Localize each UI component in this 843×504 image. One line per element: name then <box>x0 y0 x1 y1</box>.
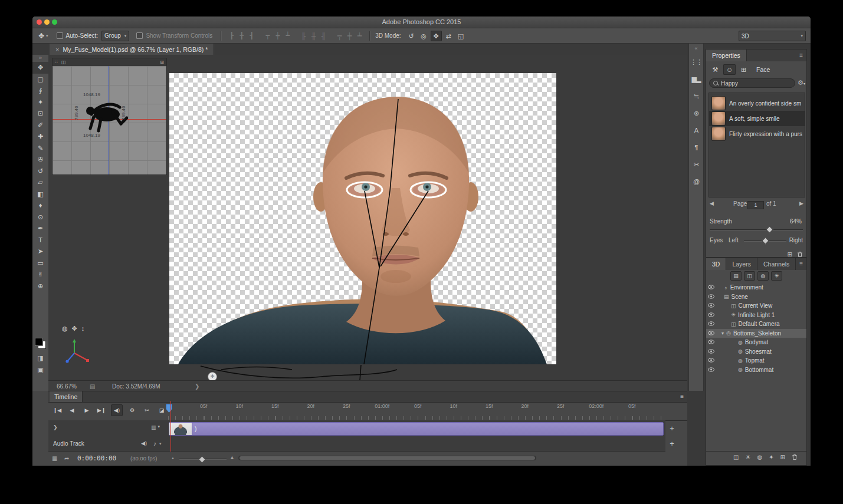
tab-properties[interactable]: Properties <box>706 50 747 61</box>
transition-button[interactable]: ◪ <box>156 405 167 416</box>
distribute-left-icon[interactable]: ╟ <box>299 32 309 39</box>
play-button[interactable]: ▶ <box>81 405 92 416</box>
split-at-playhead-button[interactable]: ✂ <box>142 405 152 416</box>
visibility-eye-icon[interactable] <box>706 302 716 309</box>
visibility-eye-icon[interactable] <box>706 284 716 291</box>
rig-icon[interactable]: ⚒ <box>709 64 721 75</box>
add-material-icon[interactable]: ◍ <box>757 454 762 460</box>
status-popup-icon[interactable]: ❯ <box>195 383 199 390</box>
3d-item-default-camera[interactable]: ◫ Default Camera <box>706 319 806 329</box>
page-prev-icon[interactable]: ◀ <box>710 200 714 206</box>
swirl-panel-icon[interactable]: @ <box>693 176 699 193</box>
distribute-center-h-icon[interactable]: ╫ <box>309 32 319 39</box>
expression-item[interactable]: An overly confident side sm <box>709 95 805 111</box>
expression-item[interactable]: A soft, simple smile <box>709 111 805 126</box>
timeline-zoom-thumb[interactable] <box>198 456 206 463</box>
document-tab[interactable]: × My_Fuse_Model(1).psd @ 66.7% (Layer 1,… <box>50 44 214 55</box>
previous-frame-button[interactable]: ◀ <box>67 405 77 416</box>
frames-icon[interactable]: ▦ <box>52 455 57 462</box>
align-center-v-icon[interactable]: ┿ <box>273 32 283 39</box>
timeline-ruler[interactable]: 05f10f15f20f25f01:00f05f10f15f20f25f02:0… <box>186 403 650 409</box>
clone-stamp-tool[interactable]: ✇ <box>32 154 48 166</box>
slide-3d-mode-icon[interactable]: ⇄ <box>443 31 454 41</box>
scissors-panel-icon[interactable]: ✂ <box>694 159 698 176</box>
add-audio-button[interactable]: + <box>667 439 677 448</box>
move-tool[interactable]: ✥ <box>32 62 48 74</box>
next-frame-button[interactable]: ▶❙ <box>96 405 107 416</box>
histogram-panel-icon[interactable]: ▆▂ <box>692 73 701 90</box>
mesh-icon[interactable]: ⊞ <box>737 64 750 75</box>
tab-3d[interactable]: 3D <box>706 258 726 270</box>
zoom-tool[interactable]: ⊕ <box>32 281 48 292</box>
align-top-icon[interactable]: ┯ <box>263 32 273 39</box>
visibility-eye-icon[interactable] <box>706 348 716 355</box>
workspace-switcher[interactable]: 3D ▾ <box>739 31 806 41</box>
gear-icon[interactable]: ⚙▾ <box>798 79 805 87</box>
distribute-top-icon[interactable]: ╤ <box>334 32 345 39</box>
brush-tool[interactable]: ✎ <box>32 143 48 154</box>
dodge-tool[interactable]: ⊙ <box>32 212 48 223</box>
visibility-eye-icon[interactable] <box>706 312 716 318</box>
visibility-eye-icon[interactable] <box>706 330 716 337</box>
orbit-3d-icon[interactable]: ◍ <box>62 325 68 332</box>
blur-tool[interactable]: ♦ <box>32 200 48 212</box>
show-transform-controls-checkbox[interactable] <box>136 32 143 39</box>
color-swatches[interactable] <box>35 338 46 349</box>
new-item-icon[interactable]: ⊞ <box>780 454 785 460</box>
zoom-level[interactable]: 66.67% <box>57 383 77 390</box>
character-panel-icon[interactable]: A <box>694 124 698 141</box>
scrollbar-handle[interactable] <box>240 456 535 460</box>
grid-icon[interactable]: ⊞ <box>788 251 792 258</box>
eraser-tool[interactable]: ▱ <box>32 177 48 189</box>
gradient-tool[interactable]: ◧ <box>32 189 48 200</box>
filter-lights-icon[interactable]: ☀ <box>771 271 782 281</box>
panel-menu-icon[interactable]: ≡ <box>796 258 806 270</box>
timeline-scrollbar[interactable] <box>238 456 536 460</box>
hand-tool[interactable]: ✌ <box>32 269 48 281</box>
info-panel-icon[interactable]: ⋮⋮ <box>690 56 702 73</box>
face-icon[interactable]: ☺ <box>723 64 736 75</box>
foreground-color-swatch[interactable] <box>35 338 43 346</box>
panel-menu-icon[interactable]: ≡ <box>680 391 684 402</box>
add-media-button[interactable]: + <box>667 424 677 433</box>
auto-select-checkbox[interactable] <box>57 32 63 39</box>
3d-item-bottommat[interactable]: ◍ Bottommat <box>706 365 806 375</box>
tool-preset-picker[interactable]: ✥ ▾ <box>38 32 48 40</box>
filter-meshes-icon[interactable]: ◫ <box>744 271 755 281</box>
speaker-icon[interactable]: ◀) <box>141 440 147 446</box>
expand-track-icon[interactable]: ❯ <box>53 424 58 430</box>
camera-icon[interactable]: ◫ <box>61 60 66 65</box>
align-bottom-icon[interactable]: ┷ <box>283 32 293 39</box>
type-tool[interactable]: T <box>32 235 48 246</box>
canvas-area[interactable]: ∷ ◫ ⊞ 1048.19 1048.19 739.4 <box>48 55 687 380</box>
audio-note-icon[interactable]: ♪ <box>153 440 156 447</box>
orbit-3d-mode-icon[interactable]: ↺ <box>406 31 417 41</box>
quick-selection-tool[interactable]: ✦ <box>32 97 48 108</box>
expand-panels-icon[interactable]: « <box>694 44 697 56</box>
rectangle-tool[interactable]: ▭ <box>32 258 48 269</box>
visibility-eye-icon[interactable] <box>706 339 716 345</box>
history-brush-tool[interactable]: ↺ <box>32 166 48 177</box>
auto-select-dropdown[interactable]: Group ▾ <box>101 31 129 41</box>
healing-brush-tool[interactable]: ✚ <box>32 131 48 143</box>
secondary-view-header[interactable]: ∷ ◫ ⊞ <box>53 58 166 66</box>
tab-layers[interactable]: Layers <box>726 258 757 270</box>
paragraph-panel-icon[interactable]: ¶ <box>695 141 698 159</box>
3d-item-shoesmat[interactable]: ◍ Shoesmat <box>706 347 806 357</box>
timeline-settings-gear-icon[interactable]: ⚙ <box>127 405 137 416</box>
expression-item[interactable]: Flirty expression with a purs <box>709 126 805 141</box>
pen-tool[interactable]: ✒ <box>32 223 48 235</box>
3d-item-scene[interactable]: ▤ Scene <box>706 292 806 302</box>
align-center-h-icon[interactable]: ╂ <box>237 32 247 39</box>
align-left-icon[interactable]: ┠ <box>227 32 237 39</box>
3d-item-current-view[interactable]: ◫ Current View <box>706 301 806 311</box>
align-right-icon[interactable]: ┨ <box>247 32 257 39</box>
expression-search-input[interactable]: Happy <box>709 78 795 88</box>
add-light-icon[interactable]: ☀ <box>745 454 750 460</box>
adjustments-panel-icon[interactable]: ≒ <box>694 90 698 107</box>
screen-mode-icon[interactable]: ▣ <box>32 366 48 374</box>
distribute-right-icon[interactable]: ╢ <box>319 32 329 39</box>
panel-menu-icon[interactable]: ≡ <box>796 50 806 61</box>
filter-materials-icon[interactable]: ◍ <box>757 271 769 281</box>
zoom-out-icon[interactable]: ▲ <box>171 456 175 460</box>
